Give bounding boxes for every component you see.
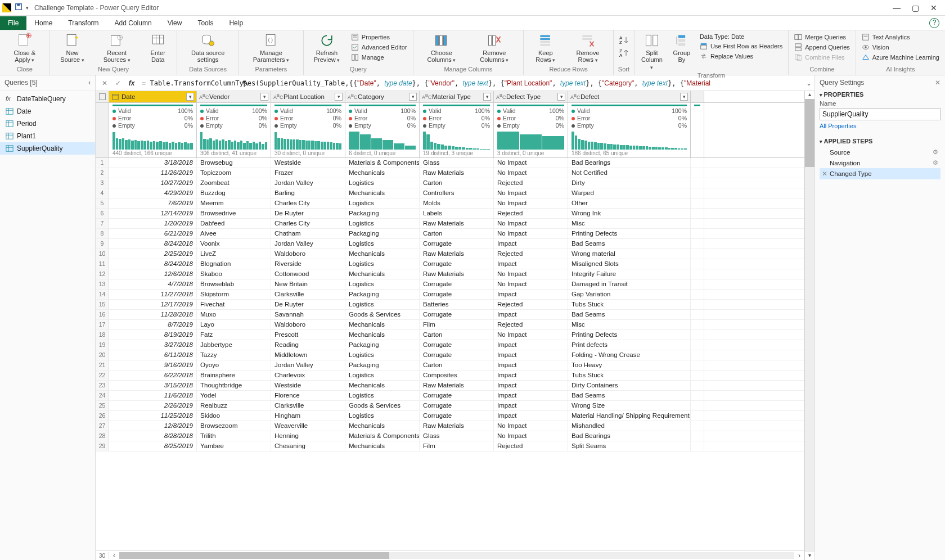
data-type-item[interactable]: Data Type: Date (699, 33, 784, 40)
step-gear-icon[interactable]: ⚙ (933, 159, 938, 166)
tab-transform[interactable]: Transform (60, 16, 106, 30)
group-by-button[interactable]: Group By (669, 31, 694, 64)
formula-commit-button[interactable]: ✓ (111, 79, 125, 87)
table-row[interactable]: 288/28/2018TrilithHenningMaterials & Com… (96, 431, 804, 441)
table-row[interactable]: 310/27/2019ZoombeatJordan ValleyLogistic… (96, 178, 804, 188)
table-row[interactable]: 86/21/2019AiveeChathamPackagingCartonNo … (96, 229, 804, 239)
hscroll-thumb[interactable] (119, 552, 389, 559)
tab-file[interactable]: File (0, 16, 26, 30)
scroll-down-button[interactable]: ▾ (805, 552, 814, 560)
formula-expand-button[interactable]: ⌄ (803, 79, 814, 87)
table-row[interactable]: 298/25/2019YambeeChesaningMechanicalsFil… (96, 441, 804, 451)
table-row[interactable]: 98/24/2018VoonixJordan ValleyLogisticsCo… (96, 239, 804, 249)
query-item-plant1[interactable]: Plant1 (0, 130, 95, 142)
close-button[interactable]: ✕ (930, 3, 937, 12)
applied-step-changed-type[interactable]: ✕Changed Type (820, 168, 940, 179)
table-row[interactable]: 134/7/2018BrowseblabNew BritainLogistics… (96, 279, 804, 290)
horizontal-scrollbar[interactable]: 30 ‹ › (96, 550, 804, 560)
help-icon[interactable]: ? (929, 18, 939, 28)
text-analytics-item[interactable]: Text Analytics (861, 33, 940, 42)
table-row[interactable]: 226/22/2018BrainsphereCharlevoixLogistic… (96, 371, 804, 381)
table-row[interactable]: 2611/25/2018SkidooHinghamLogisticsCorrug… (96, 411, 804, 421)
sort-desc-button[interactable]: ZA (618, 48, 629, 60)
table-row[interactable]: 188/19/2019FatzPrescottMechanicalsCarton… (96, 330, 804, 340)
column-header-defect-type[interactable]: ABCDefect Type▾ (494, 91, 568, 102)
table-row[interactable]: 211/26/2019TopiczoomFrazerMechanicalsRaw… (96, 168, 804, 178)
properties-item[interactable]: Properties (350, 33, 408, 42)
column-filter-button[interactable]: ▾ (186, 93, 194, 101)
grid-corner-button[interactable] (96, 91, 109, 102)
column-filter-button[interactable]: ▾ (335, 93, 343, 101)
applied-step-source[interactable]: Source⚙ (820, 147, 940, 157)
applied-step-navigation[interactable]: Navigation⚙ (820, 157, 940, 168)
remove-columns-button[interactable]: Remove Columns (470, 31, 519, 65)
tab-tools[interactable]: Tools (190, 16, 221, 30)
table-row[interactable]: 102/25/2019LiveZWaldoboroMechanicalsRaw … (96, 249, 804, 259)
query-name-input[interactable] (820, 108, 940, 120)
scroll-right-button[interactable]: › (794, 552, 804, 559)
sort-asc-button[interactable]: AZ (618, 35, 629, 47)
query-item-period[interactable]: Period (0, 118, 95, 130)
table-row[interactable]: 1411/27/2018SkipstormClarksvillePackagin… (96, 290, 804, 300)
vertical-scrollbar[interactable]: ▴ ▾ (804, 91, 814, 560)
column-header-category[interactable]: ABCCategory▾ (345, 91, 420, 102)
table-row[interactable]: 219/16/2019OyoyoJordan ValleyPackagingCa… (96, 360, 804, 371)
column-header-material-type[interactable]: ABCMaterial Type▾ (420, 91, 494, 102)
column-header-vendor[interactable]: ABCVendor▾ (197, 91, 271, 102)
table-row[interactable]: 71/20/2019DabfeedCharles CityLogisticsRa… (96, 219, 804, 229)
column-header-defect[interactable]: ABCDefect▾ (568, 91, 691, 102)
tab-help[interactable]: Help (221, 16, 251, 30)
table-row[interactable]: 1512/17/2019FivechatDe RuyterLogisticsBa… (96, 300, 804, 310)
manage-parameters-button[interactable]: ( )Manage Parameters (244, 31, 299, 65)
maximize-button[interactable]: ▢ (912, 3, 919, 12)
table-row[interactable]: 206/11/2018TazzyMiddletownLogisticsCorru… (96, 350, 804, 360)
first-row-headers-item[interactable]: Use First Row as Headers (699, 42, 784, 51)
new-source-button[interactable]: New Source (55, 31, 91, 65)
minimize-button[interactable]: — (893, 3, 901, 12)
fx-icon[interactable]: fx (125, 79, 138, 87)
table-row[interactable]: 13/18/2018BrowsebugWestsideMaterials & C… (96, 158, 804, 168)
table-row[interactable]: 2411/6/2018YodelFlorenceLogisticsCorruga… (96, 391, 804, 401)
enter-data-button[interactable]: Enter Data (143, 31, 172, 64)
grid-body[interactable]: 13/18/2018BrowsebugWestsideMaterials & C… (96, 158, 804, 550)
vscroll-thumb[interactable] (805, 99, 814, 167)
table-row[interactable]: 2712/8/2019BrowsezoomWeavervilleMechanic… (96, 421, 804, 431)
table-row[interactable]: 233/15/2018ThoughtbridgeWestsideMechanic… (96, 381, 804, 391)
query-item-date[interactable]: Date (0, 105, 95, 118)
save-icon[interactable] (15, 3, 22, 12)
column-filter-button[interactable]: ▾ (483, 93, 491, 101)
scroll-left-button[interactable]: ‹ (109, 552, 119, 559)
vision-item[interactable]: Vision (861, 43, 940, 52)
table-row[interactable]: 1212/6/2018SkabooCottonwoodMechanicalsRa… (96, 269, 804, 279)
table-row[interactable]: 1611/28/2018MuxoSavannahGoods & Services… (96, 310, 804, 320)
table-row[interactable]: 178/7/2019LayoWaldoboroMechanicalsFilmRe… (96, 320, 804, 330)
qat-dropdown-icon[interactable]: ▾ (26, 5, 29, 11)
column-filter-button[interactable]: ▾ (409, 93, 417, 101)
column-header-date[interactable]: Date▾ (109, 91, 197, 102)
scroll-up-button[interactable]: ▴ (805, 91, 814, 99)
replace-values-item[interactable]: Replace Values (699, 52, 784, 61)
table-row[interactable]: 252/26/2019RealbuzzClarksvilleGoods & Se… (96, 401, 804, 411)
tab-add-column[interactable]: Add Column (107, 16, 160, 30)
advanced-editor-item[interactable]: Advanced Editor (350, 43, 408, 52)
append-queries-item[interactable]: Append Queries (793, 43, 851, 52)
queries-collapse-icon[interactable]: ‹ (88, 79, 91, 87)
refresh-preview-button[interactable]: Refresh Preview (308, 31, 345, 65)
column-filter-button[interactable]: ▾ (680, 93, 688, 101)
recent-sources-button[interactable]: Recent Sources (94, 31, 139, 65)
data-source-settings-button[interactable]: Data source settings (182, 31, 233, 64)
table-row[interactable]: 57/6/2019MeemmCharles CityLogisticsMolds… (96, 198, 804, 209)
column-filter-button[interactable]: ▾ (260, 93, 268, 101)
column-header-plant-location[interactable]: ABCPlant Location▾ (271, 91, 345, 102)
azure-ml-item[interactable]: Azure Machine Learning (861, 53, 940, 62)
query-item-datetablequery[interactable]: fxDateTableQuery (0, 93, 95, 105)
remove-rows-button[interactable]: Remove Rows (567, 31, 609, 65)
settings-close-button[interactable]: ✕ (935, 79, 940, 87)
merge-queries-item[interactable]: Merge Queries (793, 33, 851, 42)
manage-item[interactable]: Manage (350, 53, 408, 62)
formula-input[interactable]: = Table.TransformColumnTypes(SupplierQua… (138, 79, 803, 87)
table-row[interactable]: 118/24/2018BlognationRiversideLogisticsC… (96, 259, 804, 269)
formula-cancel-button[interactable]: ✕ (98, 79, 111, 87)
step-gear-icon[interactable]: ⚙ (933, 148, 938, 156)
keep-rows-button[interactable]: Keep Rows (528, 31, 562, 65)
